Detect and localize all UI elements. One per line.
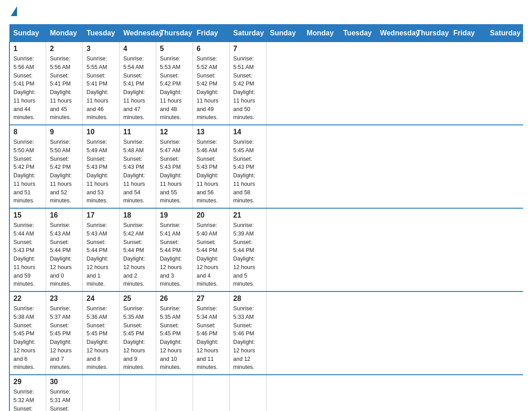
day-number: 21 bbox=[233, 211, 262, 219]
day-info: Sunrise: 5:46 AMSunset: 5:43 PMDaylight:… bbox=[197, 139, 219, 204]
day-number: 30 bbox=[50, 378, 79, 386]
calendar-cell: 12 Sunrise: 5:47 AMSunset: 5:43 PMDaylig… bbox=[156, 125, 193, 208]
day-info: Sunrise: 5:31 AMSunset: 5:46 PMDaylight:… bbox=[50, 389, 72, 411]
calendar-cell: 6 Sunrise: 5:52 AMSunset: 5:42 PMDayligh… bbox=[193, 42, 229, 125]
calendar-week-row: 8 Sunrise: 5:50 AMSunset: 5:42 PMDayligh… bbox=[9, 125, 523, 208]
calendar-cell bbox=[229, 375, 266, 411]
day-number: 3 bbox=[86, 45, 116, 53]
day-info: Sunrise: 5:55 AMSunset: 5:41 PMDaylight:… bbox=[86, 56, 108, 120]
day-info: Sunrise: 5:48 AMSunset: 5:43 PMDaylight:… bbox=[123, 139, 145, 204]
day-number: 5 bbox=[160, 45, 189, 53]
calendar-cell: 2 Sunrise: 5:56 AMSunset: 5:41 PMDayligh… bbox=[46, 42, 83, 125]
day-info: Sunrise: 5:45 AMSunset: 5:43 PMDaylight:… bbox=[233, 139, 255, 204]
calendar-week-row: 22 Sunrise: 5:38 AMSunset: 5:45 PMDaylig… bbox=[9, 291, 523, 375]
header-wednesday: Wednesday bbox=[120, 25, 156, 42]
calendar-cell: 10 Sunrise: 5:49 AMSunset: 5:43 PMDaylig… bbox=[83, 125, 120, 208]
calendar-cell: 8 Sunrise: 5:50 AMSunset: 5:42 PMDayligh… bbox=[9, 125, 46, 208]
day-info: Sunrise: 5:52 AMSunset: 5:42 PMDaylight:… bbox=[197, 56, 219, 120]
calendar-cell: 28 Sunrise: 5:33 AMSunset: 5:46 PMDaylig… bbox=[229, 291, 266, 375]
day-number: 28 bbox=[233, 295, 262, 303]
day-number: 10 bbox=[86, 128, 116, 136]
day-number: 14 bbox=[233, 128, 262, 136]
day-number: 18 bbox=[123, 211, 152, 219]
day-info: Sunrise: 5:35 AMSunset: 5:45 PMDaylight:… bbox=[123, 305, 145, 370]
day-info: Sunrise: 5:40 AMSunset: 5:44 PMDaylight:… bbox=[197, 222, 219, 287]
day-info: Sunrise: 5:50 AMSunset: 5:42 PMDaylight:… bbox=[50, 139, 72, 204]
day-number: 4 bbox=[123, 45, 152, 53]
day-number: 16 bbox=[50, 211, 79, 219]
day-info: Sunrise: 5:53 AMSunset: 5:42 PMDaylight:… bbox=[160, 56, 182, 120]
day-info: Sunrise: 5:49 AMSunset: 5:43 PMDaylight:… bbox=[86, 139, 108, 204]
calendar-cell: 16 Sunrise: 5:43 AMSunset: 5:44 PMDaylig… bbox=[46, 208, 83, 291]
day-info: Sunrise: 5:32 AMSunset: 5:46 PMDaylight:… bbox=[13, 389, 35, 411]
day-info: Sunrise: 5:39 AMSunset: 5:44 PMDaylight:… bbox=[233, 222, 255, 287]
day-info: Sunrise: 5:56 AMSunset: 5:41 PMDaylight:… bbox=[13, 56, 35, 120]
day-number: 12 bbox=[160, 128, 189, 136]
calendar-cell: 11 Sunrise: 5:48 AMSunset: 5:43 PMDaylig… bbox=[120, 125, 156, 208]
day-number: 20 bbox=[197, 211, 226, 219]
day-number: 17 bbox=[86, 211, 116, 219]
calendar-cell bbox=[156, 375, 193, 411]
day-number: 24 bbox=[86, 295, 116, 303]
logo bbox=[9, 9, 17, 15]
calendar-cell: 30 Sunrise: 5:31 AMSunset: 5:46 PMDaylig… bbox=[46, 375, 83, 411]
day-info: Sunrise: 5:42 AMSunset: 5:44 PMDaylight:… bbox=[123, 222, 145, 287]
header-monday: Monday bbox=[46, 25, 83, 42]
day-number: 29 bbox=[13, 378, 42, 386]
calendar-cell: 9 Sunrise: 5:50 AMSunset: 5:42 PMDayligh… bbox=[46, 125, 83, 208]
day-info: Sunrise: 5:35 AMSunset: 5:45 PMDaylight:… bbox=[160, 305, 182, 370]
header-monday: Monday bbox=[303, 25, 339, 42]
calendar-week-row: 1 Sunrise: 5:56 AMSunset: 5:41 PMDayligh… bbox=[9, 42, 523, 125]
calendar-cell: 23 Sunrise: 5:37 AMSunset: 5:45 PMDaylig… bbox=[46, 291, 83, 375]
day-info: Sunrise: 5:41 AMSunset: 5:44 PMDaylight:… bbox=[160, 222, 182, 287]
calendar-cell: 19 Sunrise: 5:41 AMSunset: 5:44 PMDaylig… bbox=[156, 208, 193, 291]
calendar-cell: 21 Sunrise: 5:39 AMSunset: 5:44 PMDaylig… bbox=[229, 208, 266, 291]
calendar-cell: 29 Sunrise: 5:32 AMSunset: 5:46 PMDaylig… bbox=[9, 375, 46, 411]
header-sunday: Sunday bbox=[266, 25, 303, 42]
header-saturday: Saturday bbox=[229, 25, 266, 42]
day-number: 23 bbox=[50, 295, 79, 303]
day-number: 11 bbox=[123, 128, 152, 136]
day-number: 6 bbox=[197, 45, 226, 53]
header-friday: Friday bbox=[450, 25, 486, 42]
calendar-cell: 15 Sunrise: 5:44 AMSunset: 5:43 PMDaylig… bbox=[9, 208, 46, 291]
day-info: Sunrise: 5:50 AMSunset: 5:42 PMDaylight:… bbox=[13, 139, 35, 204]
day-number: 9 bbox=[50, 128, 79, 136]
day-number: 25 bbox=[123, 295, 152, 303]
day-info: Sunrise: 5:54 AMSunset: 5:41 PMDaylight:… bbox=[123, 56, 145, 120]
day-info: Sunrise: 5:51 AMSunset: 5:42 PMDaylight:… bbox=[233, 56, 255, 120]
day-number: 13 bbox=[197, 128, 226, 136]
calendar-cell: 24 Sunrise: 5:36 AMSunset: 5:45 PMDaylig… bbox=[83, 291, 120, 375]
calendar-header-row: SundayMondayTuesdayWednesdayThursdayFrid… bbox=[9, 25, 523, 42]
calendar-cell: 3 Sunrise: 5:55 AMSunset: 5:41 PMDayligh… bbox=[83, 42, 120, 125]
calendar-cell: 7 Sunrise: 5:51 AMSunset: 5:42 PMDayligh… bbox=[229, 42, 266, 125]
calendar-cell: 22 Sunrise: 5:38 AMSunset: 5:45 PMDaylig… bbox=[9, 291, 46, 375]
calendar-week-row: 29 Sunrise: 5:32 AMSunset: 5:46 PMDaylig… bbox=[9, 375, 523, 411]
calendar-cell: 1 Sunrise: 5:56 AMSunset: 5:41 PMDayligh… bbox=[9, 42, 46, 125]
day-info: Sunrise: 5:33 AMSunset: 5:46 PMDaylight:… bbox=[233, 305, 255, 370]
day-number: 15 bbox=[13, 211, 42, 219]
calendar-cell: 27 Sunrise: 5:34 AMSunset: 5:46 PMDaylig… bbox=[193, 291, 229, 375]
calendar-cell: 26 Sunrise: 5:35 AMSunset: 5:45 PMDaylig… bbox=[156, 291, 193, 375]
header-thursday: Thursday bbox=[156, 25, 193, 42]
calendar-cell: 14 Sunrise: 5:45 AMSunset: 5:43 PMDaylig… bbox=[229, 125, 266, 208]
header-sunday: Sunday bbox=[9, 25, 46, 42]
day-number: 7 bbox=[233, 45, 262, 53]
page-header bbox=[9, 9, 523, 15]
calendar-cell: 13 Sunrise: 5:46 AMSunset: 5:43 PMDaylig… bbox=[193, 125, 229, 208]
header-tuesday: Tuesday bbox=[339, 25, 376, 42]
calendar-cell: 25 Sunrise: 5:35 AMSunset: 5:45 PMDaylig… bbox=[120, 291, 156, 375]
calendar-cell bbox=[120, 375, 156, 411]
calendar-week-row: 15 Sunrise: 5:44 AMSunset: 5:43 PMDaylig… bbox=[9, 208, 523, 291]
calendar-table: SundayMondayTuesdayWednesdayThursdayFrid… bbox=[9, 24, 523, 411]
calendar-cell: 5 Sunrise: 5:53 AMSunset: 5:42 PMDayligh… bbox=[156, 42, 193, 125]
day-info: Sunrise: 5:43 AMSunset: 5:44 PMDaylight:… bbox=[86, 222, 108, 287]
calendar-cell: 18 Sunrise: 5:42 AMSunset: 5:44 PMDaylig… bbox=[120, 208, 156, 291]
day-info: Sunrise: 5:44 AMSunset: 5:43 PMDaylight:… bbox=[13, 222, 35, 287]
calendar-cell: 20 Sunrise: 5:40 AMSunset: 5:44 PMDaylig… bbox=[193, 208, 229, 291]
calendar-cell: 17 Sunrise: 5:43 AMSunset: 5:44 PMDaylig… bbox=[83, 208, 120, 291]
day-number: 27 bbox=[197, 295, 226, 303]
day-number: 1 bbox=[13, 45, 42, 53]
day-number: 19 bbox=[160, 211, 189, 219]
day-number: 22 bbox=[13, 295, 42, 303]
